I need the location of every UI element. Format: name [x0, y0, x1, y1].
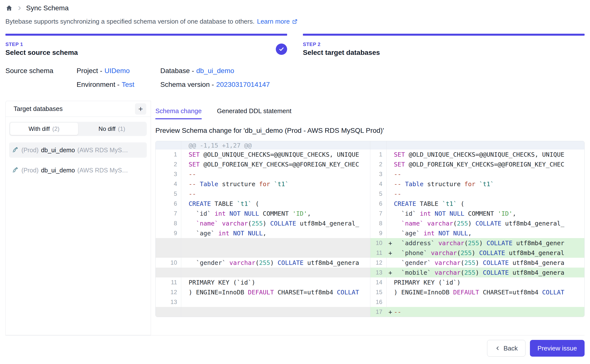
diff-marker: + — [387, 249, 394, 257]
line-number: 11 — [370, 248, 387, 258]
external-link-icon — [292, 18, 298, 25]
diff-context-row: 10 `gender` varchar(255) COLLATE utf8mb4… — [156, 258, 370, 268]
code-line: -- Table structure for `t1` — [189, 181, 370, 188]
database-item-1[interactable]: (Prod) db_ui_demo (AWS RDS MyS… — [9, 142, 147, 158]
database-link[interactable]: db_ui_demo — [196, 67, 234, 75]
database-item-2[interactable]: (Prod) db_ui_demo (AWS RDS MyS… — [9, 163, 147, 178]
code-line: SET @OLD_UNIQUE_CHECKS=@@UNIQUE_CHECKS, … — [394, 151, 585, 158]
line-number — [156, 307, 181, 317]
line-number: 10 — [156, 258, 181, 268]
diff-context-row: 15) ENGINE=InnoDB DEFAULT CHARSET=utf8mb… — [370, 287, 585, 297]
diff-hunk-header: @@ -1,15 +1,27 @@ — [156, 141, 370, 150]
add-database-button[interactable]: + — [135, 103, 146, 115]
schema-version-link[interactable]: 20230317014147 — [216, 81, 270, 89]
diff-context-row: 3-- — [370, 169, 585, 179]
diff-context-row: 12 `gender` varchar(255) COLLATE utf8mb4… — [370, 258, 585, 268]
diff-context-row: 5-- — [370, 189, 585, 199]
line-number: 7 — [370, 209, 387, 218]
environment-field-label: Environment - — [77, 81, 119, 89]
code-line: `address` varchar(255) COLLATE utf8mb4_g… — [394, 240, 585, 247]
line-number: 3 — [370, 169, 387, 179]
diff-filler-row — [156, 268, 370, 277]
diff-filler-row — [156, 238, 370, 248]
tab-generated-ddl[interactable]: Generated DDL statement — [217, 107, 292, 119]
code-line: PRIMARY KEY (`id`) — [394, 279, 585, 286]
code-line: -- — [189, 190, 370, 197]
source-schema-summary: Source schema Project - UIDemo Database … — [5, 67, 585, 89]
code-line: `id` int NOT NULL COMMENT 'ID', — [394, 210, 585, 217]
preview-title: Preview Schema change for 'db_ui_demo (P… — [155, 127, 585, 135]
tab-with-diff-label: With diff — [29, 125, 50, 132]
code-line: `name` varchar(255) COLLATE utf8mb4_gene… — [394, 220, 585, 227]
diff-marker: + — [387, 240, 394, 247]
database-name: db_ui_demo — [41, 167, 75, 174]
line-number: 2 — [370, 159, 387, 169]
code-line: -- — [189, 171, 370, 178]
step-2-label: STEP 2 — [303, 42, 380, 47]
step-1: STEP 1 Select source schema — [5, 34, 287, 57]
step-1-progress-bar — [5, 34, 287, 36]
diff-context-row: 2SET @OLD_FOREIGN_KEY_CHECKS=@@FOREIGN_K… — [156, 159, 370, 169]
code-line: -- — [394, 308, 585, 316]
diff-context-row: 6CREATE TABLE `t1` ( — [370, 199, 585, 209]
code-line: SET @OLD_UNIQUE_CHECKS=@@UNIQUE_CHECKS, … — [189, 151, 370, 158]
line-number: 12 — [156, 287, 181, 297]
tab-no-diff[interactable]: No diff (1) — [78, 123, 146, 135]
diff-added-row: 10+ `address` varchar(255) COLLATE utf8m… — [370, 238, 585, 248]
diff-context-row: 14PRIMARY KEY (`id`) — [370, 277, 585, 287]
line-number: 10 — [370, 238, 387, 248]
line-number: 13 — [370, 268, 387, 277]
diff-context-row: 9 `age` int NOT NULL, — [156, 228, 370, 238]
diff-context-row: 5-- — [156, 189, 370, 199]
code-line: `gender` varchar(255) COLLATE utf8mb4_ge… — [189, 259, 370, 266]
diff-context-row: 6CREATE TABLE `t1` ( — [156, 199, 370, 209]
line-number — [156, 268, 181, 277]
line-number: 3 — [156, 169, 181, 179]
database-list: (Prod) db_ui_demo (AWS RDS MyS… (Prod) d… — [6, 142, 151, 178]
diff-context-row: 4-- Table structure for `t1` — [370, 179, 585, 189]
line-number: 14 — [370, 277, 387, 287]
line-number: 16 — [370, 297, 387, 307]
diff-pane-right: 1SET @OLD_UNIQUE_CHECKS=@@UNIQUE_CHECKS,… — [370, 141, 585, 317]
diff-filter-segmented-control: With diff (2) No diff (1) — [9, 122, 147, 136]
line-number: 9 — [370, 228, 387, 238]
project-link[interactable]: UIDemo — [104, 67, 130, 75]
line-number — [370, 141, 387, 150]
breadcrumb: Sync Schema — [5, 3, 585, 13]
line-number: 2 — [156, 159, 181, 169]
home-icon[interactable] — [5, 4, 13, 12]
diff-context-row: 3-- — [156, 169, 370, 179]
database-instance: (AWS RDS MyS… — [77, 167, 144, 174]
diff-hunk-header — [370, 141, 585, 150]
diff-context-row: 1SET @OLD_UNIQUE_CHECKS=@@UNIQUE_CHECKS,… — [156, 150, 370, 159]
code-line: `phone` varchar(255) COLLATE utf8mb4_gen… — [394, 249, 585, 257]
tab-with-diff-count: (2) — [52, 125, 59, 132]
tab-schema-change[interactable]: Schema change — [155, 107, 202, 119]
code-line: `id` int NOT NULL COMMENT 'ID', — [189, 210, 370, 217]
chevron-right-icon — [17, 5, 22, 11]
code-line: `age` int NOT NULL, — [394, 230, 585, 237]
code-line: SET @OLD_FOREIGN_KEY_CHECKS=@@FOREIGN_KE… — [189, 161, 370, 168]
schema-version-field-label: Schema version - — [160, 81, 214, 89]
preview-issue-button[interactable]: Preview issue — [530, 340, 585, 357]
diff-pane-left: @@ -1,15 +1,27 @@1SET @OLD_UNIQUE_CHECKS… — [156, 141, 370, 317]
learn-more-link[interactable]: Learn more — [257, 18, 298, 25]
line-number: 9 — [156, 228, 181, 238]
line-number: 7 — [156, 209, 181, 218]
line-number: 8 — [370, 218, 387, 228]
diff-context-row: 11PRIMARY KEY (`id`) — [156, 277, 370, 287]
line-number: 6 — [370, 199, 387, 209]
line-number — [156, 248, 181, 258]
tab-with-diff[interactable]: With diff (2) — [10, 123, 78, 135]
environment-link[interactable]: Test — [122, 81, 134, 89]
project-field-label: Project - — [77, 67, 102, 75]
back-button[interactable]: Back — [487, 340, 525, 357]
schema-diff-viewer: @@ -1,15 +1,27 @@1SET @OLD_UNIQUE_CHECKS… — [155, 141, 585, 317]
preview-tabs: Schema change Generated DDL statement — [155, 107, 585, 119]
target-databases-panel: Target databases + With diff (2) No diff… — [5, 101, 151, 335]
diff-marker: + — [387, 269, 394, 276]
line-number: 4 — [370, 179, 387, 189]
diff-context-row: 7 `id` int NOT NULL COMMENT 'ID', — [370, 209, 585, 218]
code-line: ) ENGINE=InnoDB DEFAULT CHARSET=utf8mb4 … — [394, 289, 585, 296]
sync-schema-page: Sync Schema Bytebase supports synchroniz… — [0, 0, 590, 364]
